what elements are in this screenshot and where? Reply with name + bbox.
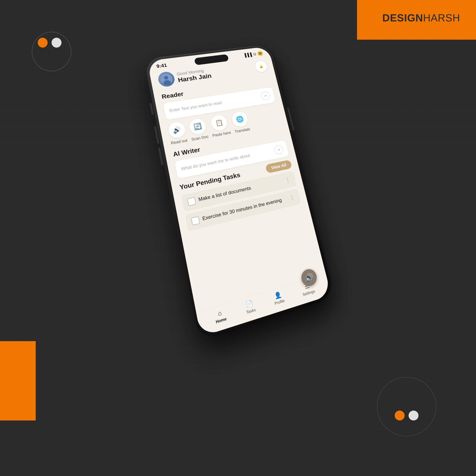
circle-decoration-top [32,32,71,71]
view-all-label: View All [271,162,287,170]
translate-label: Translate [234,127,251,134]
paste-here-button[interactable]: 📋 Paste here [208,114,231,138]
fab-icon: 🔊 [304,272,314,283]
brand-harsh: HARSH [423,12,460,24]
reader-arrow-button[interactable]: → [260,91,271,101]
scan-icon: 🔄 [193,122,202,131]
task-text-1: Make a list of documents [198,185,252,203]
nav-profile[interactable]: 👤 Profile [272,290,285,306]
task-checkbox-1[interactable] [187,197,196,206]
avatar [157,71,176,87]
brand-logo: DESIGNHARSH [382,12,460,24]
read-out-icon-circle: 🔊 [167,121,187,139]
notification-button[interactable]: 🔔 [254,60,268,73]
wifi-icon: ⊙ [253,52,257,56]
translate-button[interactable]: 🌐 Translate [230,111,251,134]
dot-white-bottom [408,410,419,421]
user-text: Good Morning Harsh Jain [176,68,212,84]
dot-orange-bottom [395,410,405,421]
translate-icon: 🌐 [236,115,244,123]
task-menu-2[interactable]: ⋮ [289,194,296,201]
task-checkbox-2[interactable] [191,216,200,225]
nav-home[interactable]: ⌂ Home [214,308,227,324]
dot-orange-top [38,38,48,48]
clipboard-icon: 📋 [215,119,224,127]
scan-doc-button[interactable]: 🔄 Scan Doc [187,118,209,142]
tasks-icon: 📄 [245,299,254,309]
arrow-right-icon-2: → [276,147,281,153]
reader-input-placeholder: Enter Text you want to read [169,100,222,113]
circle-decoration-bottom [377,377,436,436]
scan-doc-label: Scan Doc [191,134,209,142]
nav-tasks[interactable]: 📄 Tasks [244,299,256,315]
translate-icon-circle: 🌐 [231,111,249,128]
nav-settings-label: Settings [302,289,316,297]
profile-icon: 👤 [274,291,282,300]
notification-badge: 32 [257,51,263,56]
speaker-icon: 🔊 [172,126,182,135]
home-icon: ⌂ [217,309,222,317]
read-out-button[interactable]: 🔊 Read out [167,121,188,145]
paste-icon-circle: 📋 [210,114,228,132]
read-out-label: Read out [170,138,188,145]
ai-writer-placeholder: What do you want me to write about [181,153,251,171]
brand-design: DESIGN [382,12,423,24]
ai-writer-arrow-button[interactable]: → [273,144,284,155]
bell-icon: 🔔 [259,65,263,68]
scan-doc-icon-circle: 🔄 [188,118,207,135]
arrow-right-icon: → [263,93,268,98]
signal-icon: ▐▐▐ [243,52,252,58]
nav-home-label: Home [215,316,227,324]
user-info: Good Morning Harsh Jain [157,66,212,88]
nav-tasks-label: Tasks [246,307,256,315]
dot-white-top [51,38,62,48]
view-all-button[interactable]: View All [265,160,292,173]
task-menu-1[interactable]: ⋮ [284,176,291,184]
paste-here-label: Paste here [212,130,231,138]
